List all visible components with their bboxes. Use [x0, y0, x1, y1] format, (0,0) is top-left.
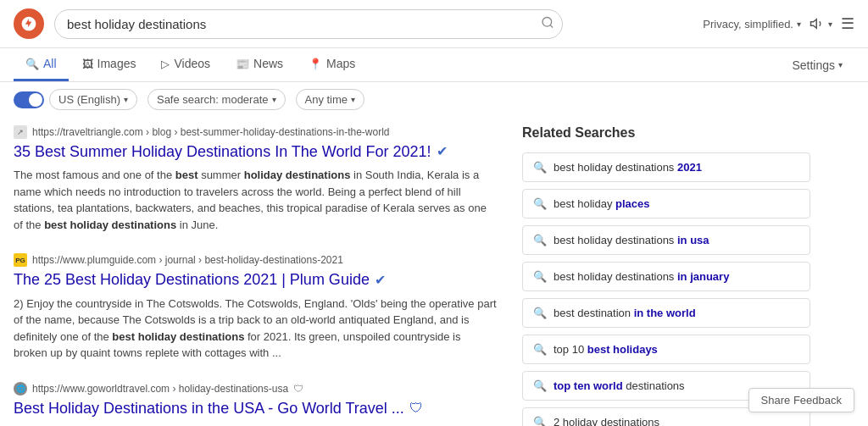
tab-videos-label: Videos — [174, 57, 210, 70]
logo[interactable] — [14, 8, 44, 39]
search-button[interactable] — [541, 16, 554, 32]
nav-tabs: 🔍 All 🖼 Images ▷ Videos 📰 News 📍 Maps Se… — [0, 48, 868, 82]
speaker-icon — [810, 16, 825, 31]
result-title[interactable]: 35 Best Summer Holiday Destinations In T… — [14, 142, 497, 162]
result-url: https://www.goworldtravel.com › holiday-… — [32, 383, 288, 395]
search-icon: 🔍 — [533, 234, 547, 246]
related-search-item[interactable]: 🔍 best holiday destinations in january — [522, 262, 810, 291]
tab-all-label: All — [43, 57, 57, 70]
verified-badge: 🛡 — [409, 400, 423, 418]
result-favicon: PG — [14, 253, 27, 267]
related-search-text: 2 holiday destinations — [554, 416, 659, 426]
tab-news-label: News — [253, 57, 283, 70]
time-label: Any time — [305, 93, 348, 106]
videos-icon: ▷ — [161, 58, 170, 70]
safe-search-button[interactable]: Safe search: moderate ▾ — [147, 89, 286, 110]
region-chevron: ▾ — [124, 95, 128, 104]
search-icon: 🔍 — [533, 307, 547, 319]
time-chevron: ▾ — [351, 95, 355, 104]
verified-badge: ✔ — [437, 143, 448, 161]
hamburger-button[interactable]: ☰ — [841, 14, 854, 33]
result-item: 🌐 https://www.goworldtravel.com › holida… — [14, 382, 497, 426]
main-layout: ↗ https://traveltriangle.com › blog › be… — [0, 117, 868, 426]
related-search-item[interactable]: 🔍 best holiday destinations 2021 — [522, 152, 810, 182]
result-snippet: The most famous and one of the best summ… — [14, 167, 497, 233]
results-column: ↗ https://traveltriangle.com › blog › be… — [14, 125, 497, 426]
result-url-row: 🌐 https://www.goworldtravel.com › holida… — [14, 382, 497, 396]
related-search-text: best destination in the world — [554, 307, 696, 319]
settings-label: Settings — [792, 58, 835, 72]
result-favicon: ↗ — [14, 125, 27, 139]
speaker-chevron: ▾ — [828, 19, 832, 29]
search-icon: 🔍 — [533, 161, 547, 174]
toggle-knob — [29, 93, 42, 107]
search-icon: 🔍 — [533, 270, 547, 283]
region-toggle[interactable] — [14, 91, 44, 108]
news-icon: 📰 — [236, 58, 249, 70]
result-shield-icon: 🛡 — [293, 383, 303, 395]
search-icon: 🔍 — [533, 343, 547, 356]
sidebar-column: Related Searches 🔍 best holiday destinat… — [522, 125, 810, 426]
result-item: ↗ https://traveltriangle.com › blog › be… — [14, 125, 497, 233]
svg-point-0 — [542, 18, 552, 27]
result-snippet: 2) Enjoy the countryside in The Cotswold… — [14, 296, 497, 362]
result-item: PG https://www.plumguide.com › journal ›… — [14, 253, 497, 361]
result-url-row: ↗ https://traveltriangle.com › blog › be… — [14, 125, 497, 139]
search-bar — [54, 9, 563, 39]
region-toggle-wrap: US (English) ▾ — [14, 89, 137, 110]
search-icon: 🔍 — [533, 416, 547, 426]
all-icon: 🔍 — [25, 58, 39, 70]
tab-maps-label: Maps — [326, 57, 355, 70]
privacy-chevron: ▾ — [797, 19, 801, 29]
related-search-item[interactable]: 🔍 best holiday places — [522, 189, 810, 219]
related-search-item[interactable]: 🔍 best destination in the world — [522, 298, 810, 328]
maps-icon: 📍 — [309, 58, 322, 70]
result-title[interactable]: Best Holiday Destinations in the USA - G… — [14, 399, 497, 418]
search-icon: 🔍 — [533, 379, 547, 392]
speaker-icon-wrap[interactable]: ▾ — [810, 16, 832, 31]
safe-search-label: Safe search: moderate — [157, 93, 269, 106]
related-search-text: best holiday destinations 2021 — [554, 161, 702, 174]
settings-chevron: ▾ — [838, 60, 843, 69]
privacy-label: Privacy, simplified. — [703, 18, 793, 30]
tab-news[interactable]: 📰 News — [224, 48, 295, 81]
related-searches-title: Related Searches — [522, 125, 810, 141]
search-input[interactable] — [54, 9, 563, 39]
related-search-item[interactable]: 🔍 best holiday destinations in usa — [522, 225, 810, 255]
region-label: US (English) — [58, 93, 120, 106]
privacy-link[interactable]: Privacy, simplified. ▾ — [703, 18, 801, 30]
related-search-text: best holiday destinations in usa — [554, 234, 709, 246]
svg-marker-2 — [811, 19, 817, 29]
related-search-text: top 10 best holidays — [554, 343, 658, 356]
tab-all[interactable]: 🔍 All — [14, 48, 69, 81]
result-url-row: PG https://www.plumguide.com › journal ›… — [14, 253, 497, 267]
region-button[interactable]: US (English) ▾ — [49, 89, 137, 110]
related-search-text: top ten world destinations — [554, 379, 685, 392]
share-feedback-button[interactable]: Share Feedback — [748, 388, 854, 412]
images-icon: 🖼 — [82, 58, 93, 70]
svg-line-1 — [550, 25, 553, 28]
verified-badge: ✔ — [375, 272, 386, 290]
tab-videos[interactable]: ▷ Videos — [149, 48, 222, 81]
related-search-text: best holiday destinations in january — [554, 270, 729, 283]
related-search-item[interactable]: 🔍 top 10 best holidays — [522, 335, 810, 364]
tab-maps[interactable]: 📍 Maps — [297, 48, 367, 81]
result-title-text: The 25 Best Holiday Destinations 2021 | … — [14, 270, 370, 290]
result-title-text: Best Holiday Destinations in the USA - G… — [14, 399, 404, 418]
result-title[interactable]: The 25 Best Holiday Destinations 2021 | … — [14, 270, 497, 290]
safe-search-chevron: ▾ — [272, 95, 276, 104]
header: Privacy, simplified. ▾ ▾ ☰ — [0, 0, 868, 48]
filter-bar: US (English) ▾ Safe search: moderate ▾ A… — [0, 82, 868, 117]
result-url: https://www.plumguide.com › journal › be… — [32, 254, 343, 266]
time-button[interactable]: Any time ▾ — [296, 89, 365, 110]
header-right: Privacy, simplified. ▾ ▾ ☰ — [703, 14, 854, 33]
result-favicon: 🌐 — [14, 382, 27, 396]
settings-tab[interactable]: Settings ▾ — [780, 50, 854, 80]
result-url: https://traveltriangle.com › blog › best… — [32, 126, 390, 138]
related-search-text: best holiday places — [554, 197, 649, 210]
result-title-text: 35 Best Summer Holiday Destinations In T… — [14, 142, 431, 162]
tab-images[interactable]: 🖼 Images — [70, 48, 148, 81]
tab-images-label: Images — [97, 57, 136, 70]
search-icon: 🔍 — [533, 197, 547, 210]
